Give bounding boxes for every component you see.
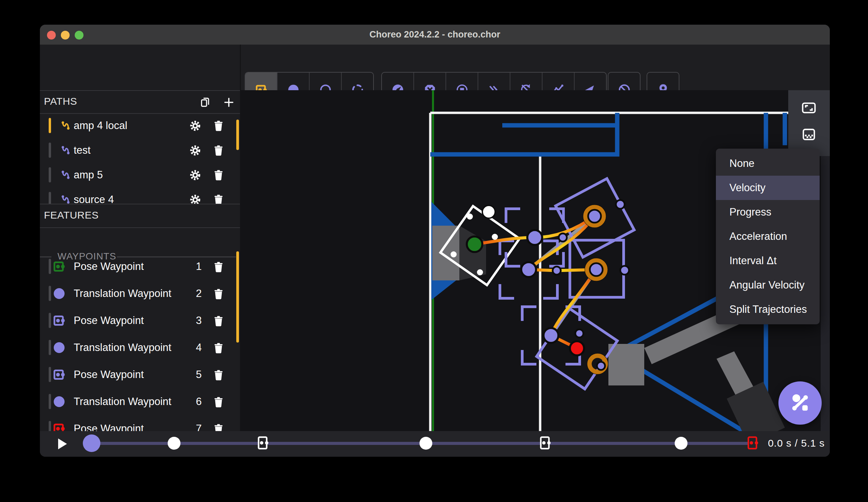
trash-icon bbox=[213, 120, 225, 132]
route-split-icon bbox=[789, 392, 811, 414]
gear-icon bbox=[189, 144, 202, 157]
selected-indicator bbox=[49, 394, 51, 409]
trash-icon bbox=[213, 396, 225, 408]
fit-frame-icon bbox=[801, 100, 817, 116]
overlay-options-menu: None Velocity Progress Acceleration Inte… bbox=[716, 149, 820, 324]
checkered-panel-icon bbox=[801, 127, 817, 142]
pose-waypoint-icon bbox=[53, 422, 65, 431]
waypoint-5-heading-handle[interactable] bbox=[620, 266, 629, 275]
delete-waypoint-button[interactable] bbox=[211, 395, 226, 409]
timeline-marker-translation bbox=[675, 437, 688, 450]
waypoint-item[interactable]: Translation Waypoint 4 bbox=[40, 334, 240, 361]
features-title: FEATURES bbox=[44, 209, 99, 221]
sample-dot bbox=[552, 266, 561, 275]
delete-path-button[interactable] bbox=[211, 118, 226, 133]
waypoint-item[interactable]: Pose Waypoint 5 bbox=[40, 361, 240, 388]
selected-indicator bbox=[49, 118, 51, 133]
waypoint-5-pose[interactable] bbox=[590, 263, 603, 276]
path-settings-button[interactable] bbox=[188, 143, 203, 158]
waypoint-7-pose[interactable] bbox=[570, 341, 584, 355]
path-item[interactable]: test bbox=[40, 138, 240, 163]
trash-icon bbox=[213, 342, 225, 354]
delete-path-button[interactable] bbox=[211, 143, 226, 158]
delete-waypoint-button[interactable] bbox=[211, 260, 226, 274]
features-scrollbar[interactable] bbox=[236, 251, 239, 343]
selected-indicator bbox=[49, 367, 51, 382]
menu-item-interval[interactable]: Interval Δt bbox=[716, 249, 820, 273]
selected-indicator bbox=[49, 259, 51, 274]
waypoint-item[interactable]: Pose Waypoint 3 bbox=[40, 307, 240, 334]
fit-field-button[interactable] bbox=[797, 96, 821, 119]
selected-indicator bbox=[49, 313, 51, 328]
play-button[interactable] bbox=[56, 438, 69, 450]
selected-indicator bbox=[49, 192, 51, 204]
waypoint-3-pose[interactable] bbox=[588, 210, 601, 223]
waypoint-1-pose[interactable] bbox=[467, 237, 482, 252]
delete-waypoint-button[interactable] bbox=[211, 341, 226, 355]
plus-icon bbox=[223, 96, 235, 108]
timeline-marker-pose bbox=[539, 436, 551, 450]
waypoint-item[interactable]: Translation Waypoint 2 bbox=[40, 280, 240, 307]
menu-item-progress[interactable]: Progress bbox=[716, 200, 820, 224]
playhead-handle[interactable] bbox=[83, 435, 100, 452]
waypoint-item[interactable]: Pose Waypoint 1 bbox=[40, 253, 240, 280]
delete-path-button[interactable] bbox=[211, 192, 226, 204]
add-path-button[interactable] bbox=[221, 95, 236, 110]
route-icon bbox=[60, 120, 71, 131]
menu-item-split-trajectories[interactable]: Split Trajectories bbox=[716, 297, 820, 322]
sidebar: PATHS amp 4 bbox=[40, 45, 241, 431]
path-settings-button[interactable] bbox=[188, 192, 203, 204]
menu-item-angular-velocity[interactable]: Angular Velocity bbox=[716, 273, 820, 297]
view-options-panel bbox=[788, 90, 830, 156]
copy-icon bbox=[199, 96, 211, 108]
playback-bar: 0.0 s / 5.1 s bbox=[40, 431, 830, 457]
features-list: WAYPOINTS Pose Waypoint 1 bbox=[40, 227, 240, 431]
waypoint-6-translation[interactable] bbox=[544, 328, 558, 343]
waypoint-3-heading-handle[interactable] bbox=[616, 200, 624, 209]
trash-icon bbox=[213, 145, 225, 156]
translation-waypoint-icon bbox=[53, 395, 65, 408]
time-readout: 0.0 s / 5.1 s bbox=[768, 431, 825, 457]
app-window: Choreo 2024.2.2 - choreo.chor Choreo bbox=[40, 25, 830, 457]
paths-scrollbar[interactable] bbox=[236, 119, 239, 150]
path-settings-button[interactable] bbox=[188, 168, 203, 182]
start-heading-handle[interactable] bbox=[482, 206, 495, 218]
waypoint-item[interactable]: Translation Waypoint 6 bbox=[40, 388, 240, 415]
trash-icon bbox=[213, 423, 225, 431]
timeline-marker-end-pose bbox=[747, 436, 759, 450]
features-header: FEATURES bbox=[40, 204, 240, 227]
paths-title: PATHS bbox=[44, 96, 77, 107]
duplicate-path-button[interactable] bbox=[198, 95, 213, 110]
gear-icon bbox=[189, 119, 202, 132]
delete-path-button[interactable] bbox=[211, 168, 226, 182]
menu-item-velocity[interactable]: Velocity bbox=[716, 176, 820, 200]
waypoint-7-heading-handle[interactable] bbox=[597, 362, 605, 370]
selected-indicator bbox=[49, 421, 51, 431]
titlebar: Choreo 2024.2.2 - choreo.chor bbox=[40, 25, 830, 45]
sample-dot bbox=[575, 330, 583, 337]
trash-icon bbox=[213, 315, 225, 327]
waypoint-2-translation[interactable] bbox=[527, 230, 542, 245]
path-item[interactable]: amp 5 bbox=[40, 163, 240, 187]
waypoint-4-translation[interactable] bbox=[521, 262, 536, 277]
delete-waypoint-button[interactable] bbox=[211, 314, 226, 328]
gear-icon bbox=[189, 194, 202, 204]
trash-icon bbox=[213, 369, 225, 381]
timeline-marker-translation bbox=[420, 437, 432, 450]
play-icon bbox=[58, 438, 67, 450]
view-layers-button[interactable] bbox=[797, 123, 821, 146]
menu-item-acceleration[interactable]: Acceleration bbox=[716, 224, 820, 249]
menu-item-none[interactable]: None bbox=[716, 151, 820, 176]
path-item[interactable]: amp 4 local bbox=[40, 113, 240, 138]
path-item[interactable]: source 4 bbox=[40, 187, 240, 204]
generate-path-fab[interactable] bbox=[778, 381, 822, 425]
timeline-marker-pose bbox=[257, 436, 269, 450]
delete-waypoint-button[interactable] bbox=[211, 421, 226, 431]
window-title: Choreo 2024.2.2 - choreo.chor bbox=[40, 25, 830, 45]
paths-header: PATHS bbox=[40, 90, 240, 113]
pose-waypoint-icon bbox=[53, 314, 65, 327]
waypoint-item[interactable]: Pose Waypoint 7 bbox=[40, 415, 240, 431]
path-settings-button[interactable] bbox=[188, 118, 203, 133]
delete-waypoint-button[interactable] bbox=[211, 286, 226, 301]
delete-waypoint-button[interactable] bbox=[211, 367, 226, 383]
